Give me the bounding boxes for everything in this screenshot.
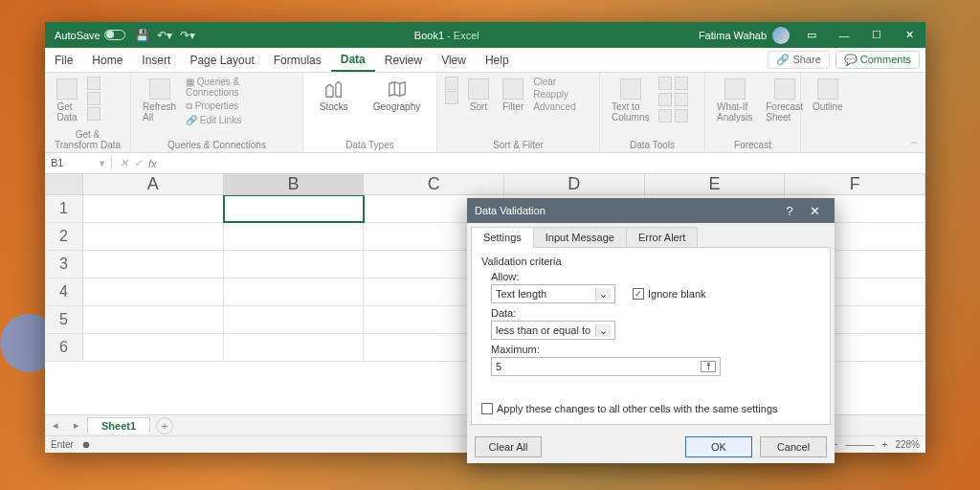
criteria-heading: Validation criteria — [481, 256, 820, 267]
row-6[interactable]: 6 — [45, 334, 83, 361]
maximize-icon[interactable]: ☐ — [860, 22, 893, 48]
dialog-close-icon[interactable]: ✕ — [802, 204, 827, 218]
ok-button[interactable]: OK — [685, 436, 752, 457]
sort-icon — [468, 78, 489, 100]
help-icon[interactable]: ? — [777, 204, 802, 218]
fx-icon[interactable]: fx — [148, 158, 157, 169]
cancel-entry-icon[interactable]: ✕ — [120, 157, 128, 169]
data-select[interactable]: less than or equal to⌄ — [491, 321, 615, 340]
toggle-off-icon — [104, 30, 125, 40]
dialog-titlebar[interactable]: Data Validation ? ✕ — [467, 198, 835, 223]
name-box[interactable]: B1 ▾ — [45, 157, 112, 169]
redo-icon[interactable]: ↷▾ — [180, 29, 195, 42]
close-icon[interactable]: ✕ — [893, 22, 925, 48]
row-3[interactable]: 3 — [45, 251, 83, 278]
save-icon[interactable]: 💾 — [135, 29, 149, 42]
group-get-transform: Get Data Get & Transform Data — [45, 73, 131, 152]
select-all-corner[interactable] — [45, 174, 83, 194]
minimize-icon[interactable]: — — [828, 22, 860, 48]
cancel-button[interactable]: Cancel — [760, 436, 827, 457]
tab-input-message[interactable]: Input Message — [533, 227, 627, 248]
group-forecast: What-If Analysis Forecast Sheet Forecast — [705, 73, 801, 152]
apply-changes-checkbox[interactable]: Apply these changes to all other cells w… — [481, 403, 778, 414]
col-c[interactable]: C — [364, 174, 504, 194]
formula-input[interactable] — [165, 153, 925, 173]
undo-icon[interactable]: ↶▾ — [157, 29, 172, 42]
queries-connections-button[interactable]: ▦ Queries & Connections — [186, 77, 295, 98]
col-a[interactable]: A — [83, 174, 224, 194]
tab-data[interactable]: Data — [331, 48, 375, 72]
whatif-button[interactable]: What-If Analysis — [713, 77, 756, 124]
row-5[interactable]: 5 — [45, 306, 83, 333]
enter-entry-icon[interactable]: ✓ — [134, 157, 143, 169]
relationships-icon[interactable] — [658, 109, 672, 122]
flash-fill-icon[interactable] — [658, 77, 672, 90]
autosave-toggle[interactable]: AutoSave — [55, 30, 125, 41]
consolidate-icon[interactable] — [675, 93, 688, 106]
cell-a1[interactable] — [83, 195, 224, 222]
ignore-blank-checkbox[interactable]: ✓ Ignore blank — [633, 288, 706, 300]
from-table-icon[interactable] — [87, 107, 100, 121]
sort-az-icon[interactable] — [445, 77, 458, 90]
tab-help[interactable]: Help — [476, 48, 519, 72]
get-data-button[interactable]: Get Data — [53, 77, 81, 124]
sheet-tab-sheet1[interactable]: Sheet1 — [87, 417, 150, 434]
row-1[interactable]: 1 — [45, 195, 83, 222]
col-d[interactable]: D — [504, 174, 645, 194]
zoom-in-icon[interactable]: + — [882, 439, 888, 450]
clear-filter-button[interactable]: Clear — [533, 77, 575, 87]
remove-dup-icon[interactable] — [675, 77, 688, 90]
tab-view[interactable]: View — [432, 48, 476, 72]
reapply-button[interactable]: Reapply — [533, 89, 575, 100]
text-to-columns-button[interactable]: Text to Columns — [608, 77, 653, 124]
tab-page-layout[interactable]: Page Layout — [180, 48, 263, 72]
tab-file[interactable]: File — [45, 48, 82, 72]
chevron-down-icon: ⌄ — [595, 288, 611, 301]
collapse-ribbon-icon[interactable]: ︿ — [910, 135, 920, 148]
data-validation-icon[interactable] — [658, 93, 672, 106]
sort-za-icon[interactable] — [445, 91, 458, 104]
outline-button[interactable]: Outline — [809, 77, 847, 114]
avatar-icon — [772, 27, 790, 44]
zoom-level[interactable]: 228% — [895, 439, 920, 450]
clear-all-button[interactable]: Clear All — [475, 436, 542, 457]
tab-settings[interactable]: Settings — [471, 227, 534, 248]
maximum-label: Maximum: — [491, 344, 820, 355]
outline-icon — [817, 78, 838, 100]
advanced-button[interactable]: Advanced — [533, 101, 575, 112]
filter-button[interactable]: Filter — [499, 77, 527, 114]
add-sheet-button[interactable]: + — [156, 417, 173, 434]
tab-home[interactable]: Home — [82, 48, 132, 72]
tab-review[interactable]: Review — [375, 48, 432, 72]
whatif-icon — [724, 78, 746, 100]
tab-error-alert[interactable]: Error Alert — [626, 227, 699, 248]
cell-b1[interactable] — [224, 195, 365, 222]
allow-select[interactable]: Text length⌄ — [491, 284, 615, 303]
edit-links-button[interactable]: 🔗 Edit Links — [186, 115, 295, 125]
manage-model-icon[interactable] — [675, 109, 688, 122]
row-4[interactable]: 4 — [45, 278, 83, 305]
properties-button[interactable]: ⧉ Properties — [186, 100, 295, 112]
macro-record-icon[interactable]: ⏺ — [81, 439, 91, 450]
maximum-input[interactable]: 5 ⭱ — [491, 357, 721, 376]
from-web-icon[interactable] — [87, 92, 100, 105]
col-e[interactable]: E — [645, 174, 786, 194]
sort-button[interactable]: Sort — [464, 77, 493, 114]
ribbon-options-icon[interactable]: ▭ — [795, 22, 828, 48]
share-button[interactable]: 🔗 Share — [768, 51, 829, 69]
from-text-icon[interactable] — [87, 77, 100, 90]
sheet-nav-next-icon[interactable]: ▸ — [66, 419, 87, 432]
account-button[interactable]: Fatima Wahab — [699, 27, 790, 44]
range-picker-icon[interactable]: ⭱ — [701, 361, 716, 372]
geography-button[interactable]: Geography — [369, 77, 424, 114]
col-f[interactable]: F — [785, 174, 925, 194]
sheet-nav-prev-icon[interactable]: ◂ — [45, 419, 66, 432]
window-title: Book1 - Excel — [195, 30, 699, 41]
tab-insert[interactable]: Insert — [132, 48, 180, 72]
comments-button[interactable]: 💬 Comments — [835, 51, 920, 69]
refresh-all-button[interactable]: Refresh All — [139, 77, 180, 124]
col-b[interactable]: B — [224, 174, 365, 194]
row-2[interactable]: 2 — [45, 223, 83, 250]
stocks-button[interactable]: Stocks — [316, 77, 352, 114]
tab-formulas[interactable]: Formulas — [264, 48, 331, 72]
